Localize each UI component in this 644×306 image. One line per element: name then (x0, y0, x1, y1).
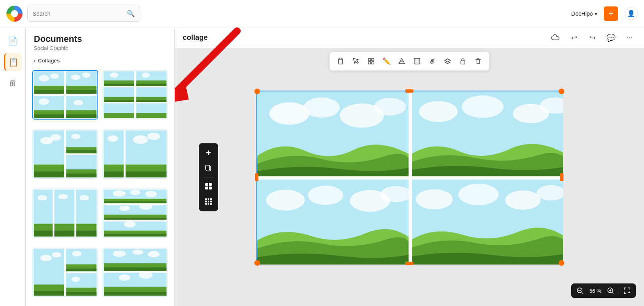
handle-bottom-left[interactable] (254, 260, 260, 266)
svg-point-115 (132, 250, 143, 255)
svg-point-9 (82, 72, 91, 78)
undo-icon[interactable]: ↩ (568, 31, 580, 44)
svg-rect-43 (34, 172, 64, 177)
svg-point-148 (269, 102, 310, 125)
collage-element[interactable] (256, 91, 562, 264)
collage-thumb-3[interactable] (32, 129, 98, 179)
svg-point-149 (303, 97, 340, 118)
svg-rect-145 (208, 203, 209, 205)
svg-point-49 (71, 134, 80, 139)
svg-rect-140 (210, 198, 212, 200)
canvas-content[interactable]: + (175, 48, 644, 306)
add-element-button[interactable]: + (201, 146, 216, 160)
svg-rect-16 (66, 114, 96, 118)
handle-middle-left[interactable] (255, 173, 258, 181)
svg-rect-26 (136, 84, 166, 87)
search-icon: 🔍 (127, 10, 135, 17)
panel-back-button[interactable]: ‹ Collages (26, 53, 174, 67)
user-avatar[interactable]: 👤 (625, 7, 638, 20)
select-tool-icon[interactable] (349, 54, 363, 68)
svg-point-72 (58, 194, 68, 199)
pencil-icon[interactable]: ✏️ (380, 54, 393, 68)
back-label: Collages (38, 58, 60, 64)
clipboard-icon[interactable] (334, 54, 347, 68)
collage-grid (26, 67, 174, 306)
svg-point-8 (71, 74, 80, 80)
collage-thumb-8[interactable] (102, 248, 168, 297)
handle-top-left[interactable] (254, 89, 260, 94)
handle-middle-right[interactable] (560, 173, 564, 181)
svg-rect-71 (54, 231, 74, 236)
svg-marker-171 (175, 81, 189, 103)
svg-point-161 (381, 186, 411, 202)
collage-thumb-2[interactable] (102, 70, 168, 120)
brand-label: DocHipo (571, 10, 593, 17)
search-input[interactable] (33, 10, 124, 17)
svg-rect-137 (209, 187, 212, 190)
copy-element-button[interactable] (201, 161, 216, 176)
collage-thumb-7[interactable] (32, 248, 98, 297)
svg-rect-87 (103, 218, 166, 220)
sidebar-item-trash[interactable]: 🗑 (4, 74, 22, 92)
zoom-in-button[interactable] (606, 286, 615, 296)
svg-rect-127 (368, 62, 371, 64)
svg-rect-126 (372, 58, 374, 61)
logo[interactable] (6, 6, 23, 22)
search-bar[interactable]: 🔍 (27, 6, 140, 22)
lock-icon[interactable] (456, 54, 470, 68)
svg-rect-61 (126, 172, 166, 177)
svg-rect-119 (103, 292, 166, 296)
canvas-title: collage (183, 33, 546, 42)
grid-icon[interactable] (364, 54, 378, 68)
svg-rect-130 (461, 61, 465, 64)
svg-point-164 (458, 184, 499, 205)
svg-point-99 (40, 255, 52, 261)
style-icon[interactable] (395, 54, 409, 68)
handle-top-right[interactable] (559, 89, 564, 94)
new-document-button[interactable]: + (604, 6, 618, 21)
svg-line-178 (612, 292, 613, 294)
mini-grid-button[interactable] (201, 194, 216, 209)
link-icon[interactable] (425, 54, 439, 68)
sidebar-item-document[interactable]: 📄 (4, 32, 22, 50)
side-mini-toolbar: + (199, 143, 218, 211)
collage-thumb-4[interactable] (102, 129, 168, 179)
plus-icon: + (609, 8, 614, 19)
comment-icon[interactable]: 💬 (605, 31, 617, 44)
handle-bottom-right[interactable] (559, 260, 564, 266)
document-icon: 📄 (8, 36, 18, 46)
grid-layout-button[interactable] (201, 179, 216, 194)
svg-point-68 (37, 195, 47, 200)
redo-icon[interactable]: ↪ (586, 31, 599, 44)
svg-point-62 (133, 135, 148, 144)
texture-icon[interactable] (410, 54, 424, 68)
layers-icon[interactable] (441, 54, 454, 68)
panel: Documents Social Graphic ‹ Collages (26, 27, 175, 306)
zoom-out-button[interactable] (575, 286, 585, 296)
svg-point-159 (308, 186, 343, 205)
sidebar-item-template[interactable]: 📋 (4, 53, 22, 71)
svg-rect-124 (339, 58, 342, 60)
svg-point-108 (72, 277, 80, 282)
svg-rect-136 (205, 187, 208, 190)
collage-thumb-6[interactable] (102, 188, 168, 238)
collage-thumb-1[interactable] (32, 70, 98, 120)
floating-toolbar: ✏️ (329, 52, 489, 71)
panel-subtitle: Social Graphic (34, 45, 166, 51)
cloud-save-icon[interactable] (549, 31, 562, 44)
svg-rect-135 (209, 183, 212, 186)
delete-icon[interactable] (471, 54, 485, 68)
more-options-icon[interactable]: ··· (623, 31, 636, 44)
handle-bottom-middle[interactable] (405, 262, 413, 265)
svg-rect-92 (103, 234, 166, 237)
svg-rect-2 (34, 90, 64, 93)
dochipo-dropdown[interactable]: DocHipo ▾ (571, 10, 597, 17)
svg-rect-139 (208, 198, 209, 200)
svg-point-120 (118, 275, 130, 281)
svg-point-84 (145, 191, 157, 197)
svg-point-17 (74, 100, 83, 105)
fit-screen-button[interactable] (622, 286, 632, 296)
svg-rect-129 (414, 58, 420, 64)
collage-thumb-5[interactable] (32, 188, 98, 238)
handle-top-middle[interactable] (405, 89, 413, 93)
